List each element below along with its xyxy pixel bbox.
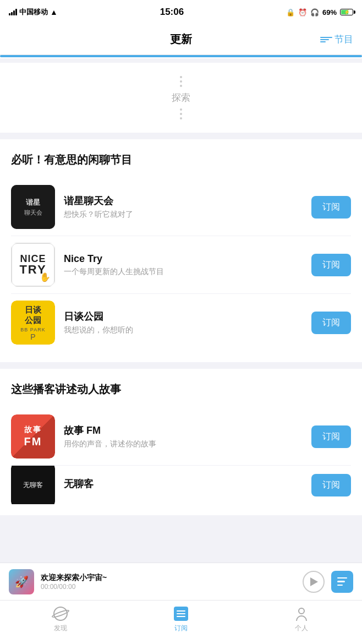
subscribe-button-gushifm[interactable]: 订阅 (311, 425, 351, 448)
explore-dots-top (180, 76, 182, 87)
podcast-art-ritanpark: 日谈 公园 BB PARK P (11, 301, 55, 345)
podcast-info-hexing: 谐星聊天会 想快乐？听它就对了 (64, 194, 303, 220)
status-left: 中国移动 ▲ (9, 7, 58, 17)
wuliao-text: 无聊客 (23, 481, 43, 490)
subscribe-button-ritanpark[interactable]: 订阅 (311, 312, 351, 334)
podcast-name-hexing: 谐星聊天会 (64, 194, 303, 208)
tab-subscribe-label: 订阅 (174, 624, 188, 633)
explore-section: 探索 (0, 63, 362, 133)
player-title: 欢迎来探索小宇宙~ (41, 573, 296, 583)
podcast-item-wuliao: 无聊客 无聊客 订阅 (11, 466, 351, 504)
progress-bar (0, 55, 362, 57)
player-artwork: 🚀 (9, 569, 34, 594)
tab-discover[interactable]: 发现 (0, 606, 120, 633)
podcast-art-gushifm: 故事 FM (11, 414, 55, 459)
layers-icon (320, 34, 332, 46)
tab-subscribe[interactable]: 订阅 (120, 606, 241, 633)
dot-2 (180, 80, 182, 83)
section-2-title: 这些播客讲述动人故事 (11, 382, 351, 397)
carrier-label: 中国移动 (19, 7, 48, 17)
programs-label: 节目 (334, 33, 353, 46)
progress-bar-container (0, 55, 362, 58)
subscribe-button-hexing[interactable]: 订阅 (311, 196, 351, 219)
dot-1 (180, 76, 182, 78)
podcast-name-ritanpark: 日谈公园 (64, 310, 303, 323)
alarm-icon: ⏰ (298, 8, 307, 17)
explore-label: 探索 (172, 91, 190, 104)
podcast-item-gushifm: 故事 FM 故事 FM 用你的声音，讲述你的故事 订阅 (11, 408, 351, 466)
battery-percent: 69% (322, 8, 337, 17)
subscribe-button-nicetry[interactable]: 订阅 (311, 254, 351, 276)
subscribe-icon (174, 607, 188, 621)
wifi-icon: ▲ (50, 8, 58, 17)
podcast-info-wuliao: 无聊客 (64, 477, 303, 493)
tab-profile-label: 个人 (295, 624, 308, 633)
bottom-player: 🚀 欢迎来探索小宇宙~ 00:00/00:00 (0, 563, 362, 600)
podcast-art-nicetry: NICE TRY ✋ (11, 243, 55, 287)
player-time: 00:00/00:00 (41, 583, 296, 591)
podcast-art-hexing: 谐星 聊天会 (11, 185, 55, 229)
signal-bars (9, 9, 17, 15)
tab-profile[interactable]: 个人 (242, 606, 362, 633)
section-2-card: 这些播客讲述动人故事 故事 FM 故事 FM 用你的声音，讲述你的故事 订阅 无… (0, 369, 362, 515)
dot-5 (180, 113, 182, 115)
profile-icon (294, 607, 309, 621)
battery-icon: ⚡ (340, 9, 353, 15)
profile-body (296, 615, 307, 621)
tab-discover-label: 发现 (54, 624, 67, 633)
profile-head (298, 608, 305, 614)
podcast-desc-hexing: 想快乐？听它就对了 (64, 210, 303, 220)
podcast-name-wuliao: 无聊客 (64, 477, 303, 490)
subscribe-button-wuliao[interactable]: 订阅 (311, 474, 351, 496)
subscribe-icon-lines (177, 610, 185, 617)
discover-icon (53, 606, 68, 621)
podcast-item-hexing: 谐星 聊天会 谐星聊天会 想快乐？听它就对了 订阅 (11, 178, 351, 236)
explore-dots-bottom (180, 108, 182, 119)
podcast-item-ritanpark: 日谈 公园 BB PARK P 日谈公园 我想说的，你想听的 订阅 (11, 294, 351, 351)
tab-bar: 发现 订阅 个人 (0, 600, 362, 644)
profile-tab-icon (294, 606, 309, 621)
podcast-item-nicetry: NICE TRY ✋ Nice Try 一个每周更新的人生挑战节目 订阅 (11, 236, 351, 294)
podcast-info-ritanpark: 日谈公园 我想说的，你想听的 (64, 310, 303, 335)
subscribe-tab-icon (173, 606, 189, 621)
podcast-name-nicetry: Nice Try (64, 253, 303, 265)
dot-4 (180, 108, 182, 111)
status-time: 15:06 (160, 7, 184, 18)
podcast-info-nicetry: Nice Try 一个每周更新的人生挑战节目 (64, 253, 303, 277)
play-icon (310, 577, 318, 586)
podcast-desc-gushifm: 用你的声音，讲述你的故事 (64, 439, 303, 449)
page-title: 更新 (170, 32, 192, 47)
lock-icon: 🔒 (286, 8, 295, 17)
dot-3 (180, 85, 182, 87)
podcast-desc-nicetry: 一个每周更新的人生挑战节目 (64, 267, 303, 277)
section-1-title: 必听！有意思的闲聊节目 (11, 152, 351, 167)
top-header: 更新 节目 (0, 24, 362, 55)
player-info: 欢迎来探索小宇宙~ 00:00/00:00 (41, 573, 296, 591)
status-bar: 中国移动 ▲ 15:06 🔒 ⏰ 🎧 69% ⚡ (0, 0, 362, 24)
section-1-card: 必听！有意思的闲聊节目 谐星 聊天会 谐星聊天会 想快乐？听它就对了 订阅 (0, 139, 362, 362)
podcast-info-gushifm: 故事 FM 用你的声音，讲述你的故事 (64, 424, 303, 449)
dot-6 (180, 117, 182, 119)
list-icon (337, 577, 347, 586)
status-right: 🔒 ⏰ 🎧 69% ⚡ (286, 8, 353, 17)
playlist-button[interactable] (331, 571, 353, 593)
programs-button[interactable]: 节目 (320, 33, 353, 46)
play-button[interactable] (303, 571, 325, 593)
planet-ring (51, 608, 70, 619)
podcast-desc-ritanpark: 我想说的，你想听的 (64, 325, 303, 335)
podcast-art-wuliao: 无聊客 (11, 466, 55, 504)
podcast-name-gushifm: 故事 FM (64, 424, 303, 437)
planet-icon (53, 607, 68, 621)
headphone-icon: 🎧 (310, 8, 319, 17)
